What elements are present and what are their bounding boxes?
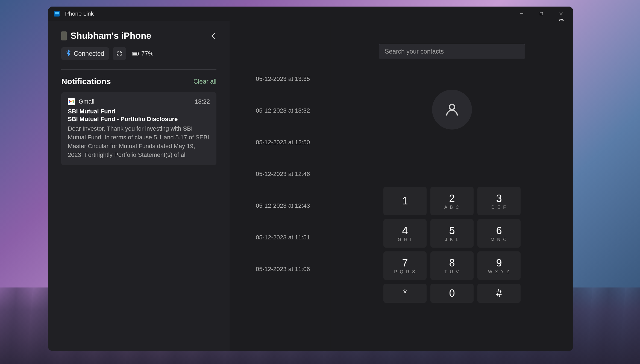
svg-rect-1 — [55, 12, 59, 14]
gmail-icon — [68, 98, 75, 105]
notification-body: Dear Investor, Thank you for investing w… — [68, 124, 210, 159]
call-item[interactable]: 05-12-2023 at 11:06 — [256, 266, 331, 273]
notification-sender: SBI Mutual Fund — [68, 108, 210, 115]
call-item[interactable]: 05-12-2023 at 13:35 — [256, 75, 331, 83]
maximize-button[interactable] — [532, 7, 551, 20]
svg-point-7 — [449, 104, 454, 110]
main-area: 05-12-2023 at 13:35 05-12-2023 at 13:32 … — [230, 21, 573, 351]
sidebar: Shubham's iPhone Connected 77% — [48, 21, 230, 351]
notification-card[interactable]: Gmail 18:22 SBI Mutual Fund SBI Mutual F… — [61, 92, 216, 165]
app-icon — [52, 9, 62, 19]
call-item[interactable]: 05-12-2023 at 12:46 — [256, 171, 331, 178]
dialer-keypad: 1 2A B C 3D E F 4G H I 5J K L 6M N O 7P … — [383, 187, 521, 303]
keypad-6[interactable]: 6M N O — [477, 219, 521, 248]
call-item[interactable]: 05-12-2023 at 11:51 — [256, 234, 331, 241]
search-contacts-input[interactable]: Search your contacts — [379, 44, 525, 59]
keypad-0[interactable]: 0 — [430, 284, 474, 303]
keypad-9[interactable]: 9W X Y Z — [477, 251, 521, 280]
battery-status: 77% — [132, 50, 153, 57]
search-placeholder: Search your contacts — [385, 48, 444, 55]
device-row: Shubham's iPhone — [61, 31, 216, 41]
phone-icon — [61, 31, 67, 40]
keypad-7[interactable]: 7P Q R S — [383, 251, 427, 280]
keypad-hash[interactable]: # — [477, 284, 521, 303]
keypad-2[interactable]: 2A B C — [430, 187, 474, 215]
dialer-panel: Search your contacts 1 2A B C 3D E F 4G … — [331, 21, 573, 351]
svg-rect-3 — [540, 12, 543, 15]
back-button[interactable] — [208, 31, 219, 41]
keypad-3[interactable]: 3D E F — [477, 187, 521, 215]
keypad-8[interactable]: 8T U V — [430, 251, 474, 280]
phone-link-window: Phone Link Shubham's iPhone — [48, 7, 573, 351]
call-item[interactable]: 05-12-2023 at 12:43 — [256, 202, 331, 209]
connection-label: Connected — [74, 50, 104, 57]
minimize-button[interactable] — [512, 7, 532, 20]
clear-all-button[interactable]: Clear all — [193, 78, 216, 85]
keypad-star[interactable]: * — [383, 284, 427, 303]
call-item[interactable]: 05-12-2023 at 12:50 — [256, 139, 331, 146]
contact-avatar-placeholder — [432, 90, 472, 130]
bluetooth-icon — [66, 49, 71, 58]
refresh-button[interactable] — [113, 47, 126, 60]
keypad-4[interactable]: 4G H I — [383, 219, 427, 248]
keypad-5[interactable]: 5J K L — [430, 219, 474, 248]
notification-subject: SBI Mutual Fund - Portfolio Disclosure — [68, 116, 210, 123]
keypad-1[interactable]: 1 — [383, 187, 427, 215]
battery-percent: 77% — [141, 50, 153, 57]
notification-time: 18:22 — [195, 98, 210, 105]
call-item[interactable]: 05-12-2023 at 13:32 — [256, 107, 331, 114]
titlebar: Phone Link — [48, 7, 573, 21]
connection-status[interactable]: Connected — [61, 47, 109, 60]
status-row: Connected 77% — [61, 47, 216, 60]
notification-app-name: Gmail — [79, 98, 94, 105]
notifications-header: Notifications — [61, 77, 111, 86]
device-name: Shubham's iPhone — [71, 31, 151, 41]
divider — [61, 69, 216, 70]
calls-list: 05-12-2023 at 13:35 05-12-2023 at 13:32 … — [230, 21, 331, 351]
app-title: Phone Link — [65, 10, 94, 17]
battery-icon — [132, 52, 139, 55]
